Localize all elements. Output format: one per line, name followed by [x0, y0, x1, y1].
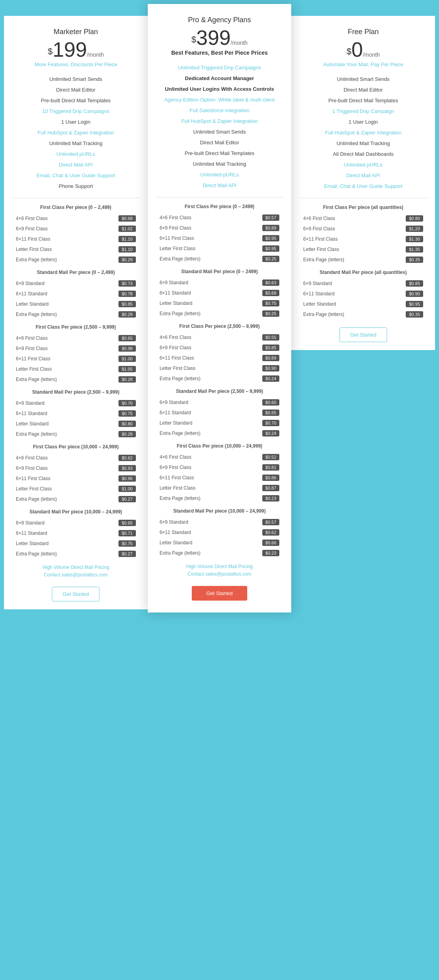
pricing-row: Letter First Class$1.10: [12, 244, 140, 255]
pricing-item-name: 6×11 Standard: [160, 290, 191, 296]
pricing-row: 6×11 First Class$1.30: [299, 234, 427, 244]
pricing-row: Extra Page (letters)$0.27: [12, 494, 140, 504]
pricing-item-name: 6×11 Standard: [303, 291, 334, 297]
high-volume-text[interactable]: High Volume Direct Mail PricingContact s…: [156, 563, 284, 578]
price-badge: $0.78: [118, 291, 136, 297]
price-badge: $0.98: [118, 345, 136, 352]
price-badge: $0.24: [262, 375, 280, 382]
feature-item[interactable]: Direct Mail API: [156, 180, 284, 191]
pricing-row: Extra Page (letters)$0.29: [12, 255, 140, 265]
pricing-item-name: Letter First Class: [160, 485, 196, 491]
price-badge: $0.29: [118, 256, 136, 263]
high-volume-text[interactable]: High Volume Direct Mail PricingContact s…: [12, 564, 140, 579]
feature-item[interactable]: 1 Triggered Drip Campaign: [299, 106, 427, 117]
plan-price: $399/month: [156, 27, 284, 48]
feature-item[interactable]: Unlimited pURLs: [12, 149, 140, 159]
feature-item[interactable]: Email, Chat & User Guide Support: [299, 181, 427, 191]
price-dollar: $: [191, 34, 196, 44]
price-badge: $0.93: [118, 465, 136, 471]
get-started-button-pro[interactable]: Get Started: [192, 586, 247, 601]
pricing-item-name: 6×9 Standard: [303, 281, 332, 286]
pricing-item-name: 6×11 First Class: [160, 475, 194, 480]
feature-item[interactable]: Full HubSpot & Zapier Integration: [156, 116, 284, 126]
price-amount: 0: [351, 38, 363, 61]
price-badge: $0.68: [118, 215, 136, 222]
pricing-row: Letter First Class$0.90: [156, 363, 284, 373]
feature-item: Pre-built Direct Mail Templates: [299, 95, 427, 106]
pricing-row: Extra Page (letters)$0.25: [156, 308, 284, 319]
high-volume-contact[interactable]: Contact sales@postaltics.com: [44, 572, 108, 578]
price-badge: $0.80: [118, 421, 136, 427]
feature-item: Unlimited User Logins With Access Contro…: [156, 84, 284, 94]
pricing-item-name: Letter Standard: [16, 541, 49, 546]
price-badge: $0.95: [262, 235, 280, 241]
feature-item[interactable]: Direct Mail API: [12, 159, 140, 170]
pricing-item-name: 6×9 First Class: [16, 465, 48, 471]
feature-item[interactable]: Unlimited pURLs: [156, 169, 284, 180]
pricing-section-title: Standard Mail Per piece (2,500 – 9,999): [12, 389, 140, 395]
pricing-item-name: 4×6 First Class: [16, 216, 48, 221]
pricing-row: Extra Page (letters)$0.23: [156, 548, 284, 558]
price-badge: $0.71: [118, 530, 136, 536]
feature-item: 1 User Login: [299, 117, 427, 127]
pricing-row: 4×6 First Class$0.80: [299, 213, 427, 224]
feature-item[interactable]: Direct Mail API: [299, 170, 427, 181]
pricing-section-title: Standard Mail Per piece (all quantities): [299, 270, 427, 275]
pricing-item-name: Extra Page (letters): [160, 550, 200, 556]
feature-item[interactable]: Email, Chat & User Guide Support: [12, 170, 140, 181]
pricing-row: 6×11 Standard$0.68: [156, 288, 284, 298]
plan-tagline: Best Features, Best Per Piece Prices: [156, 50, 284, 56]
pricing-row: Letter Standard$0.80: [12, 419, 140, 429]
pricing-item-name: 4×6 First Class: [16, 335, 48, 341]
plan-card-pro: Pro & Agency Plans$399/monthBest Feature…: [148, 4, 292, 612]
price-badge: $0.57: [262, 519, 280, 525]
feature-item[interactable]: Full HubSpot & Zapier Integration: [12, 127, 140, 138]
pricing-section-title: Standard Mail Per piece (2,500 – 9,999): [156, 389, 284, 394]
price-badge: $0.65: [262, 410, 280, 416]
price-badge: $0.27: [118, 496, 136, 502]
pricing-row: Letter First Class$0.95: [156, 243, 284, 254]
get-started-button-free[interactable]: Get Started: [340, 327, 387, 342]
pricing-item-name: 6×11 Standard: [16, 291, 47, 297]
price-badge: $0.85: [406, 280, 423, 287]
pricing-row: Letter First Class$1.05: [12, 364, 140, 374]
pricing-row: 6×11 First Class$0.96: [12, 473, 140, 484]
section-divider: [156, 197, 284, 197]
price-badge: $0.27: [118, 551, 136, 557]
feature-item: 1 User Login: [12, 117, 140, 127]
pricing-row: 4×6 First Class$0.55: [156, 332, 284, 343]
price-amount: 399: [196, 26, 231, 49]
high-volume-contact[interactable]: Contact sales@postaltics.com: [188, 571, 252, 577]
pricing-item-name: Extra Page (letters): [16, 551, 57, 557]
pricing-section-title: Standard Mail Per piece (10,000 – 24,999…: [156, 508, 284, 514]
price-badge: $1.05: [118, 366, 136, 372]
price-badge: $0.63: [262, 279, 280, 286]
pricing-item-name: Letter Standard: [303, 301, 336, 307]
price-badge: $0.29: [118, 311, 136, 318]
feature-item[interactable]: Agency Edition Option: White label & mul…: [156, 94, 284, 105]
pricing-item-name: Extra Page (letters): [160, 431, 200, 436]
feature-item: Unlimited Mail Tracking: [12, 138, 140, 149]
price-badge: $0.35: [406, 311, 423, 318]
plan-price: $199/month: [12, 39, 140, 60]
pricing-item-name: 6×11 Standard: [160, 530, 191, 535]
feature-item[interactable]: 10 Triggered Drip Campaigns: [12, 106, 140, 117]
price-badge: $0.81: [262, 464, 280, 471]
feature-item[interactable]: Full Salesforce Integration: [156, 105, 284, 116]
pricing-item-name: Letter Standard: [16, 301, 49, 307]
pricing-row: 6×9 First Class$0.85: [156, 343, 284, 353]
feature-item[interactable]: Unlimited Triggered Drip Campaigns: [156, 62, 284, 73]
pricing-row: 6×11 First Class$0.86: [156, 473, 284, 483]
price-badge: $0.85: [118, 301, 136, 307]
pricing-item-name: 6×9 First Class: [160, 225, 191, 231]
price-badge: $1.00: [118, 356, 136, 362]
feature-item[interactable]: Full HubSpot & Zapier Integration: [299, 127, 427, 138]
price-badge: $0.23: [262, 495, 280, 501]
feature-item[interactable]: Unlimited pURLs: [299, 159, 427, 170]
pricing-row: 4×6 First Class$0.52: [156, 452, 284, 462]
get-started-button-marketer[interactable]: Get Started: [52, 587, 99, 601]
pricing-row: Extra Page (letters)$0.35: [299, 309, 427, 320]
pricing-item-name: 6×11 First Class: [16, 356, 50, 362]
pricing-row: Letter First Class$1.35: [299, 244, 427, 255]
pricing-item-name: 6×9 First Class: [160, 345, 191, 350]
